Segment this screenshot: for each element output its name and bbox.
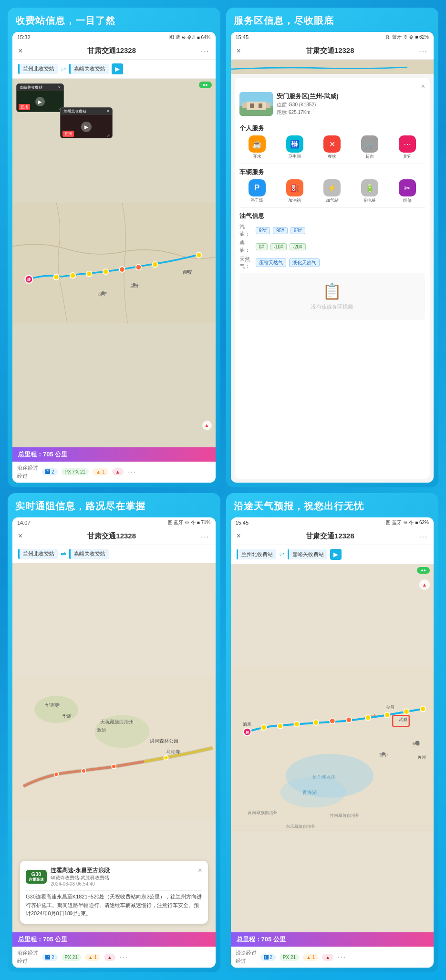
section-personal-2: 个人服务 xyxy=(239,124,425,133)
svg-point-38 xyxy=(164,755,168,760)
toll-tag-1[interactable]: 🅿 2 xyxy=(42,468,58,475)
video-popup-jiayuguan: 嘉峪关收费站 × ▶ 直播 ⤢ xyxy=(16,83,64,112)
map-svg-4: 龙羊峡水库 青海湖 黄南藏族自治州 甘南藏族自治州 东乐藏族自治州 终 xyxy=(231,564,434,933)
event-tag-3[interactable]: ▲ xyxy=(104,954,115,961)
more-btn-bottom-3[interactable]: ··· xyxy=(119,953,128,961)
traffic-desc-3: G30连霍高速永昌至K1821+520处（天祝收费站向东3公里），往兰州方向进行… xyxy=(26,893,202,918)
g98-tag[interactable]: 98# xyxy=(290,227,305,234)
video-popup-lanzhou: 兰州北收费站 × ▶ 直播 ⤢ xyxy=(60,107,113,138)
svg-rect-40 xyxy=(231,666,434,830)
construction-tag-4[interactable]: ▲ 1 xyxy=(303,954,318,961)
service-item-water[interactable]: ☕ 开水 xyxy=(239,135,275,160)
svg-rect-21 xyxy=(250,103,254,108)
toll-tag-3[interactable]: 🅿 2 xyxy=(42,954,58,961)
more-btn-2[interactable]: ··· xyxy=(419,47,428,55)
map-svg-1: 终 西宁 兰州 西安 xyxy=(12,79,216,447)
popup-close-2[interactable]: × xyxy=(421,83,425,90)
status-bar-1: 15:32 图 蓝 ※ 令.ll ■ 64% xyxy=(12,32,216,42)
d-20-tag[interactable]: -20# xyxy=(290,243,306,250)
service-item-food[interactable]: ✕ 餐饮 xyxy=(314,135,350,160)
more-btn-bottom-4[interactable]: ··· xyxy=(337,953,346,961)
g95-tag[interactable]: 95# xyxy=(273,227,288,234)
service-item-market[interactable]: 🛒 超市 xyxy=(352,135,388,160)
g92-tag[interactable]: 92# xyxy=(256,227,270,234)
fuel-section-2: 汽油： 92# 95# 98# 柴油： 0# -10# -20# 天然气： 压缩… xyxy=(239,223,425,270)
service-tag-4[interactable]: PX 21 xyxy=(280,954,299,961)
svg-point-55 xyxy=(346,717,352,722)
popup2-close[interactable]: × xyxy=(107,109,109,114)
cng-icon: ⚡ xyxy=(323,179,341,196)
app-title-4: 甘肃交通12328 xyxy=(306,532,354,541)
svg-point-9 xyxy=(152,262,158,268)
toggle-switch-1[interactable]: ●● xyxy=(199,82,212,88)
event-tag-1[interactable]: ▲ xyxy=(112,468,124,475)
service-tag-1[interactable]: PX PX 21 xyxy=(62,468,89,475)
service-item-repair[interactable]: ✂ 维修 xyxy=(389,179,425,204)
service-photo-2 xyxy=(239,92,273,116)
video-content-1: ▶ 直播 ⤢ xyxy=(17,91,63,112)
construction-tag-1[interactable]: ▲ 1 xyxy=(93,468,108,475)
service-item-parking[interactable]: P 停车场 xyxy=(239,179,275,204)
nav-btn-1[interactable]: ▶ xyxy=(112,63,123,74)
app-title-1: 甘肃交通12328 xyxy=(87,46,136,55)
compass-1: ▲ xyxy=(202,421,212,430)
play-icon-2[interactable]: ▶ xyxy=(81,122,92,132)
event-tag-4[interactable]: ▲ xyxy=(322,954,333,961)
traffic-close-3[interactable]: × xyxy=(198,867,202,874)
play-icon-1[interactable]: ▶ xyxy=(35,97,45,106)
service-item-cng[interactable]: ⚡ 加气站 xyxy=(314,179,350,204)
lng-tag[interactable]: 液化天然气 xyxy=(289,258,320,267)
svg-point-50 xyxy=(261,724,267,730)
service-item-ev[interactable]: 🔋 充电桩 xyxy=(352,179,388,204)
d0-tag[interactable]: 0# xyxy=(256,243,268,250)
svg-point-37 xyxy=(112,764,116,768)
close-btn-3[interactable]: × xyxy=(18,532,22,540)
quad2-container: 服务区信息，尽收眼底 15:45 图 蓝牙 ※ 令 ■ 62% × 甘肃交通12… xyxy=(226,8,439,487)
service-item-gas[interactable]: ⛽ 加油站 xyxy=(277,179,312,204)
more-btn-4[interactable]: ··· xyxy=(419,532,428,540)
toll-tag-4[interactable]: 🅿 2 xyxy=(260,954,276,961)
food-label: 餐饮 xyxy=(328,154,336,160)
svg-text:黄南藏族自治州: 黄南藏族自治州 xyxy=(247,810,277,815)
route-to-4: 嘉峪关收费站 xyxy=(288,549,327,559)
swap-icon-1[interactable]: ⇌ xyxy=(61,65,66,73)
nav-btn-4[interactable]: ▶ xyxy=(330,549,342,560)
status-time-3: 14:07 xyxy=(17,520,31,526)
app-header-2: × 甘肃交通12328 ··· xyxy=(231,42,434,60)
svg-point-6 xyxy=(103,269,109,275)
d-10-tag[interactable]: -10# xyxy=(270,243,287,250)
expand-icon-2[interactable]: ⤢ xyxy=(107,134,110,138)
quad3-phone: 14:07 图 蓝牙 ※ 令 ■ 71% × 甘肃交通12328 ··· 兰州北… xyxy=(12,517,216,968)
status-bar-4: 15:45 图 蓝牙 ※ 令 ■ 62% xyxy=(231,517,434,528)
bottom-bar-3: 沿途经过 经过 🅿 2 PX 21 ▲ 1 ▲ ··· xyxy=(12,947,216,968)
swap-icon-4[interactable]: ⇌ xyxy=(279,550,285,558)
svg-text:金昌: 金昌 xyxy=(386,705,394,710)
status-icons-3: 图 蓝牙 ※ 令 ■ 71% xyxy=(168,519,211,526)
svg-text:华庙寺: 华庙寺 xyxy=(45,702,60,708)
more-btn-1[interactable]: ··· xyxy=(201,47,210,55)
service-tag-3[interactable]: PX 21 xyxy=(62,954,81,961)
map-bg-1: 终 西宁 兰州 西安 ● xyxy=(12,79,216,447)
close-btn-1[interactable]: × xyxy=(18,47,22,55)
g30-badge: G30 连霍高速 xyxy=(26,870,47,884)
close-btn-2[interactable]: × xyxy=(237,47,241,55)
svg-point-58 xyxy=(404,709,409,714)
toggle-4[interactable]: ●● xyxy=(417,567,430,574)
status-time-2: 15:45 xyxy=(236,34,249,40)
cng-tag[interactable]: 压缩天然气 xyxy=(256,258,286,267)
more-btn-bottom-1[interactable]: ··· xyxy=(127,468,136,476)
route-bar-3: 兰州北收费站 ⇌ 嘉峪关收费站 xyxy=(12,545,216,563)
svg-rect-17 xyxy=(231,60,434,74)
construction-tag-3[interactable]: ▲ 1 xyxy=(85,954,100,961)
popup1-close[interactable]: × xyxy=(58,85,61,90)
more-btn-3[interactable]: ··· xyxy=(201,532,210,540)
compass-4: ▲ xyxy=(419,579,430,590)
service-item-other[interactable]: ⋯ 其它 xyxy=(389,135,425,160)
swap-icon-3[interactable]: ⇌ xyxy=(61,550,66,557)
service-item-toilet[interactable]: 🚻 卫生间 xyxy=(277,135,312,160)
parking-label: 停车场 xyxy=(250,197,263,204)
close-btn-4[interactable]: × xyxy=(237,532,241,540)
svg-point-10 xyxy=(196,252,202,258)
map-area-3: 华庙寺 华庙 天祝藏族白治州 政治 洪河森林公园 马桂寺 G xyxy=(12,563,216,933)
map-area-1: 终 西宁 兰州 西安 ● xyxy=(12,79,216,447)
